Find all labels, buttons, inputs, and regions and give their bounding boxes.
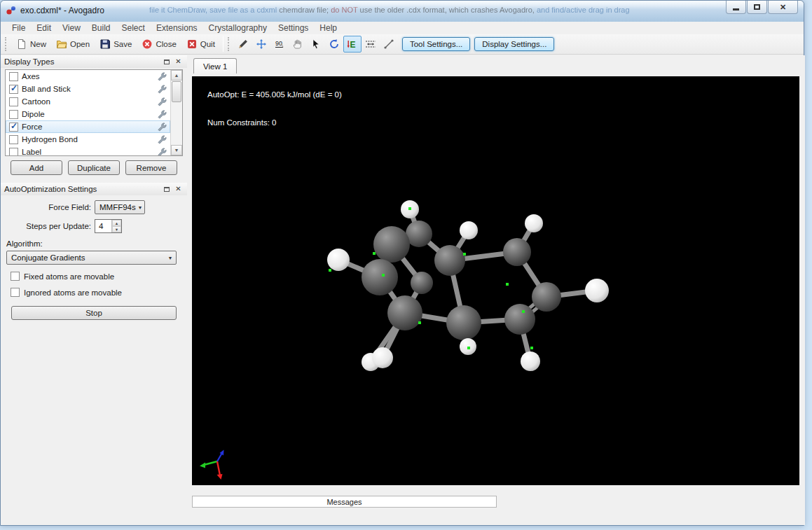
close-icon: ✕ [175,186,181,193]
steps-per-update-stepper[interactable]: 4 ▲ ▼ [95,219,122,233]
display-type-row-ball-and-stick[interactable]: Ball and Stick [6,83,170,95]
auto-optimization-tool-button[interactable]: E [343,36,362,53]
close-file-button[interactable]: Close [137,36,181,53]
wrench-icon[interactable] [157,147,167,157]
molecule-render[interactable] [192,76,799,485]
messages-tab[interactable]: Messages [192,496,497,508]
display-type-row-hydrogen-bond[interactable]: Hydrogen Bond [6,133,170,146]
float-panel-button[interactable] [161,184,172,194]
wrench-icon[interactable] [157,122,167,132]
dipole-checkbox[interactable] [9,110,18,119]
menu-crystallography[interactable]: Crystallography [203,22,273,34]
messages-label: Messages [326,498,362,506]
num-constraints-readout: Num Constraints: 0 [207,118,276,127]
tool-settings-button[interactable]: Tool Settings... [402,37,470,51]
align-tool-button[interactable] [380,36,398,53]
title-bar[interactable]: file it ChemDraw, save file as a cdxml c… [1,1,804,22]
align-icon [383,39,394,50]
force-checkbox[interactable] [9,123,18,132]
menu-edit[interactable]: Edit [31,22,57,34]
axes-checkbox[interactable] [9,72,18,81]
save-label: Save [113,40,132,48]
autoopt-settings-header[interactable]: AutoOptimization Settings ✕ [1,183,187,195]
stop-button[interactable]: Stop [11,306,177,320]
spin-down-button[interactable]: ▼ [112,226,121,232]
display-type-row-dipole[interactable]: Dipole [6,108,170,120]
algorithm-value: Conjugate Gradients [11,253,85,262]
view-tab-bar: View 1 [193,58,237,76]
algorithm-select[interactable]: Conjugate Gradients ▼ [6,251,177,265]
wrench-icon[interactable] [157,97,167,107]
wrench-icon[interactable] [157,134,167,145]
3d-viewport[interactable]: AutoOpt: E = 405.005 kJ/mol (dE = 0) Num… [192,76,799,485]
selection-tool-button[interactable] [307,36,325,53]
menu-help[interactable]: Help [314,22,343,34]
autoopt-energy-readout: AutoOpt: E = 405.005 kJ/mol (dE = 0) [207,90,342,99]
new-button[interactable]: New [11,36,51,53]
duplicate-button[interactable]: Duplicate [68,160,120,175]
steps-value: 4 [95,220,111,232]
toolbar-drag-handle[interactable] [228,37,231,51]
open-label: Open [70,40,90,48]
menu-extensions[interactable]: Extensions [151,22,203,34]
display-type-row-force[interactable]: Force [6,120,170,133]
save-button[interactable]: Save [95,36,137,53]
dipole-label: Dipole [22,110,157,118]
scroll-up-button[interactable]: ▲ [171,70,182,81]
close-window-button[interactable]: ✕ [768,1,798,14]
draw-tool-button[interactable] [234,36,252,53]
pencil-icon [238,39,249,50]
new-label: New [30,40,46,48]
measure-tool-button[interactable] [362,36,380,53]
wrench-icon[interactable] [157,84,167,95]
spin-up-button[interactable]: ▲ [112,220,121,226]
display-type-row-label[interactable]: Label [6,146,170,156]
fixed-atoms-movable-row[interactable]: Fixed atoms are movable [11,272,187,281]
wrench-icon[interactable] [157,109,167,120]
measure-icon [365,39,376,50]
ball-and-stick-checkbox[interactable] [9,85,18,94]
ignored-atoms-checkbox[interactable] [11,288,20,297]
toolbar-separator [223,36,223,52]
menu-file[interactable]: File [6,22,31,34]
display-type-row-cartoon[interactable]: Cartoon [6,95,170,108]
force-field-value: MMFF94s [99,203,136,211]
display-types-header[interactable]: Display Types ✕ [1,55,187,68]
display-type-row-axes[interactable]: Axes [6,70,170,83]
ignored-atoms-movable-row[interactable]: Ignored atoms are movable [11,288,187,297]
left-dock-area: Display Types ✕ Axes Ball and Stick [1,55,187,525]
label-checkbox[interactable] [9,148,18,157]
minimize-button[interactable] [726,1,746,14]
add-button[interactable]: Add [11,160,62,175]
menu-settings[interactable]: Settings [273,22,314,34]
toolbar-drag-handle[interactable] [5,37,8,51]
bond-centric-tool-button[interactable]: 90 [270,36,289,53]
scroll-down-button[interactable]: ▼ [171,145,182,155]
quit-button[interactable]: Quit [181,36,220,53]
tab-view-1[interactable]: View 1 [193,58,237,74]
navigate-tool-button[interactable] [252,36,270,53]
manipulate-tool-button[interactable] [289,36,307,53]
chevron-down-icon: ▼ [136,205,144,210]
menu-view[interactable]: View [57,22,86,34]
maximize-button[interactable] [747,1,767,14]
fixed-atoms-checkbox[interactable] [11,272,20,281]
close-panel-button[interactable]: ✕ [173,57,184,67]
float-panel-button[interactable] [161,57,172,67]
remove-button[interactable]: Remove [125,160,177,175]
list-scrollbar[interactable]: ▲ ▼ [170,70,182,155]
auto-rotate-tool-button[interactable] [325,36,343,53]
wrench-icon[interactable] [157,71,167,82]
background-window-text: file it ChemDraw, save file as a cdxml c… [149,6,710,17]
close-panel-button[interactable]: ✕ [173,184,184,194]
menu-build[interactable]: Build [86,22,116,34]
menu-select[interactable]: Select [116,22,151,34]
scrollbar-thumb[interactable] [172,81,181,102]
display-settings-button[interactable]: Display Settings... [474,37,554,51]
open-button[interactable]: Open [51,36,95,53]
navigate-icon [256,39,267,50]
force-field-select[interactable]: MMFF94s ▼ [95,200,145,214]
label-label: Label [22,148,157,156]
cartoon-checkbox[interactable] [9,97,18,106]
hydrogen-bond-checkbox[interactable] [9,135,18,144]
